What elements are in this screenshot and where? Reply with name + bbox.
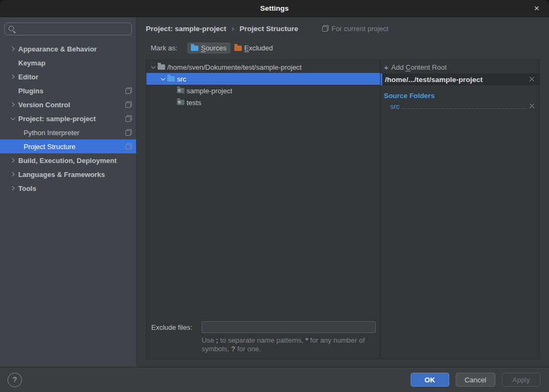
settings-dialog: Settings × Appearance & Behavior Keymap: [0, 0, 549, 392]
chevron-right-icon[interactable]: [9, 156, 17, 165]
per-project-settings-icon: [125, 143, 132, 150]
per-project-settings-icon: [125, 87, 132, 94]
chevron-placeholder: [168, 86, 177, 95]
plus-icon: +: [384, 63, 389, 72]
chevron-right-icon[interactable]: [9, 184, 17, 193]
help-button[interactable]: ?: [8, 373, 22, 387]
mark-excluded-button[interactable]: Excluded: [231, 42, 277, 54]
remove-source-folder-icon[interactable]: [529, 103, 535, 109]
chevron-placeholder: [14, 128, 23, 137]
chevron-right-icon[interactable]: [9, 72, 17, 81]
sidebar-item-build-execution-deployment[interactable]: Build, Execution, Deployment: [0, 153, 136, 167]
excluded-folder-icon: [234, 46, 242, 51]
breadcrumb: Project: sample-project › Project Struct…: [146, 23, 540, 34]
content-roots-pane: + Add Content Root /home/.../test/sample…: [381, 60, 539, 359]
cancel-button[interactable]: Cancel: [456, 373, 495, 387]
settings-tree: Appearance & Behavior Keymap Editor Plug…: [0, 42, 136, 195]
per-project-settings-icon: [125, 129, 132, 136]
add-content-root-button[interactable]: + Add Content Root: [381, 61, 539, 73]
sidebar-item-keymap[interactable]: Keymap: [0, 56, 136, 70]
search-input[interactable]: [19, 25, 128, 33]
exclude-files-section: Exclude files: Use ; to separate name pa…: [146, 319, 380, 359]
per-project-settings-icon: [125, 101, 132, 108]
sidebar-item-project-sample-project[interactable]: Project: sample-project: [0, 112, 136, 125]
chevron-down-icon[interactable]: [159, 75, 167, 83]
chevron-right-icon[interactable]: [9, 45, 17, 53]
source-folder-name: src: [390, 102, 399, 110]
sidebar-item-plugins[interactable]: Plugins: [0, 84, 136, 98]
project-structure-page: Project: sample-project › Project Struct…: [137, 17, 549, 367]
breadcrumb-project[interactable]: Project: sample-project: [146, 25, 226, 33]
chevron-placeholder: [14, 142, 23, 151]
per-project-settings-icon: [125, 115, 132, 122]
per-project-settings-icon: [322, 25, 329, 32]
folder-icon: [177, 88, 184, 93]
source-folder-icon: [167, 76, 175, 82]
chevron-placeholder: [168, 98, 177, 107]
tree-row-src[interactable]: src: [146, 73, 380, 85]
dialog-body: Appearance & Behavior Keymap Editor Plug…: [0, 17, 549, 367]
settings-sidebar: Appearance & Behavior Keymap Editor Plug…: [0, 17, 137, 367]
source-folders-header: Source Folders: [381, 90, 539, 101]
sidebar-item-tools[interactable]: Tools: [0, 181, 136, 195]
dialog-footer: ? OK Cancel Apply: [0, 367, 549, 392]
close-icon[interactable]: ×: [530, 0, 544, 17]
mark-as-label: Mark as:: [151, 44, 177, 52]
tree-row-sample-project[interactable]: sample-project: [146, 85, 380, 97]
sidebar-item-version-control[interactable]: Version Control: [0, 98, 136, 112]
page-title: Project Structure: [240, 25, 299, 33]
window-title: Settings: [260, 4, 288, 12]
search-icon: [8, 25, 16, 33]
title-bar: Settings ×: [0, 0, 549, 17]
mark-as-toolbar: Mark as: Sources Excluded: [146, 41, 540, 55]
ok-button[interactable]: OK: [411, 373, 449, 387]
exclude-files-hint: Use ; to separate name patterns, * for a…: [202, 336, 385, 353]
folder-icon: [177, 100, 184, 105]
chevron-right-icon[interactable]: [9, 100, 17, 109]
sidebar-item-project-structure[interactable]: Project Structure: [0, 139, 136, 153]
sidebar-item-appearance-behavior[interactable]: Appearance & Behavior: [0, 42, 136, 56]
search-box[interactable]: [4, 23, 132, 35]
mark-sources-button[interactable]: Sources: [187, 42, 231, 54]
remove-content-root-icon[interactable]: [529, 76, 535, 83]
exclude-files-label: Exclude files:: [151, 323, 202, 331]
chevron-down-icon[interactable]: [9, 114, 17, 123]
file-tree: /home/sven/Dokumente/test/sample-project…: [146, 60, 380, 319]
apply-button: Apply: [502, 373, 540, 387]
scope-note: For current project: [320, 25, 388, 33]
chevron-placeholder: [9, 86, 17, 95]
sidebar-item-languages-frameworks[interactable]: Languages & Frameworks: [0, 167, 136, 181]
chevron-down-icon[interactable]: [149, 63, 158, 71]
breadcrumb-separator: ›: [232, 24, 234, 33]
sidebar-item-python-interpreter[interactable]: Python Interpreter: [0, 125, 136, 139]
sources-folder-icon: [191, 46, 198, 51]
chevron-right-icon[interactable]: [9, 170, 17, 179]
tree-row-tests[interactable]: tests: [146, 97, 380, 108]
structure-panel: /home/sven/Dokumente/test/sample-project…: [146, 60, 540, 359]
content-root-item[interactable]: /home/.../test/sample-project: [381, 73, 539, 85]
chevron-placeholder: [9, 58, 17, 67]
exclude-files-input[interactable]: [202, 321, 376, 333]
folder-icon: [158, 64, 165, 70]
dotted-leader: [401, 108, 526, 109]
sidebar-item-editor[interactable]: Editor: [0, 70, 136, 84]
tree-row-root[interactable]: /home/sven/Dokumente/test/sample-project: [146, 61, 380, 73]
source-folder-item[interactable]: src: [381, 101, 539, 112]
content-root-path: /home/.../test/sample-project: [385, 76, 529, 84]
content-tree-pane: /home/sven/Dokumente/test/sample-project…: [146, 60, 381, 359]
